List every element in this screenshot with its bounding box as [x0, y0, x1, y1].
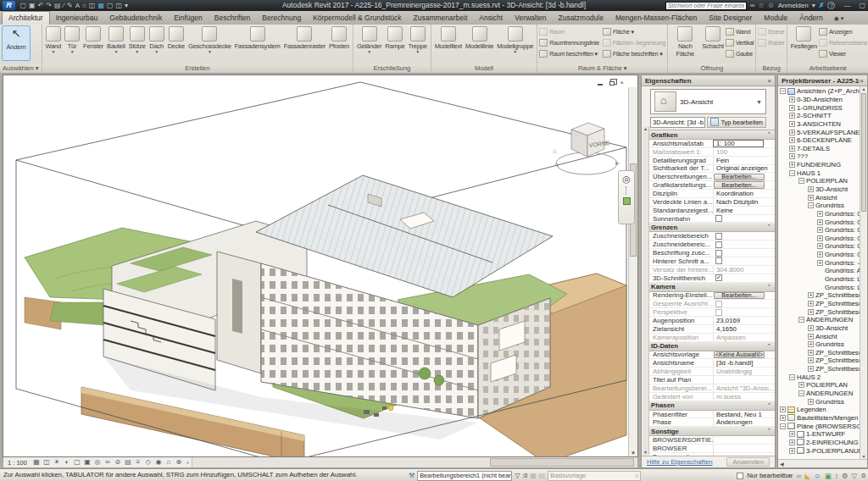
property-row[interactable]: Phasen: [648, 401, 775, 411]
property-value[interactable]: Ansicht "3D-Ansic...: [713, 384, 775, 392]
view-control-icon[interactable]: ☀: [52, 458, 61, 467]
property-row[interactable]: Zuschneidebereich: [648, 232, 775, 240]
edit-type-button[interactable]: Typ bearbeiten: [707, 117, 766, 128]
tree-item-label[interactable]: Grundriss: [815, 202, 844, 209]
property-row[interactable]: Augenposition 23,0169: [648, 317, 775, 325]
ribbon-button[interactable]: Modellgruppe ▼: [495, 25, 535, 54]
view-control-icon[interactable]: ▣: [82, 458, 92, 467]
expand-toggle-icon[interactable]: +: [789, 153, 795, 159]
ribbon-button[interactable]: Rampe ▼: [383, 25, 406, 51]
tree-item[interactable]: + ZP_Schnittbeschriftung: [778, 300, 867, 308]
expand-toggle-icon[interactable]: +: [808, 301, 814, 307]
view-control-icon[interactable]: ◐: [62, 458, 71, 467]
expand-toggle-icon[interactable]: +: [808, 357, 814, 363]
expand-toggle-icon[interactable]: −: [780, 423, 786, 429]
ribbon-button[interactable]: Geschossdecke ▼: [186, 25, 233, 54]
expand-toggle-icon[interactable]: −: [798, 390, 804, 396]
active-workset-dropdown[interactable]: Bearbeitungsbereich1 (nicht bearb: [417, 471, 512, 481]
expand-toggle-icon[interactable]: +: [808, 399, 814, 405]
tree-item[interactable]: + Grundriss: 00 EG: [778, 210, 867, 218]
view-restore-icon[interactable]: [608, 80, 615, 86]
property-value[interactable]: Koordination: [713, 190, 775, 197]
property-value[interactable]: Bearbeiten...: [714, 174, 765, 181]
tree-item-label[interactable]: 2-EINREICHUNG: [806, 439, 859, 446]
project-browser-header[interactable]: Projektbrowser - A225-16_Premreine ×: [778, 75, 867, 86]
properties-header[interactable]: Eigenschaften ×: [642, 75, 775, 86]
panel-splitter[interactable]: [639, 75, 641, 468]
expand-toggle-icon[interactable]: +: [789, 448, 795, 454]
tree-item[interactable]: + Grundriss: 03 DG: [778, 235, 867, 243]
ribbon-small-item[interactable]: Raumtrennungslinie: [539, 37, 599, 48]
scroll-left-icon[interactable]: ◀: [780, 461, 784, 467]
expand-toggle-icon[interactable]: +: [808, 292, 814, 298]
viewcube[interactable]: ⌂ VORNE: [551, 109, 622, 187]
tree-item[interactable]: Grundriss: Liftschacht: [778, 283, 867, 291]
tree-item-label[interactable]: ???: [797, 152, 808, 160]
property-value[interactable]: 23,0169: [713, 317, 775, 324]
expand-toggle-icon[interactable]: +: [780, 415, 786, 421]
exchange-apps-icon[interactable]: ✗: [819, 2, 825, 9]
qat-icon[interactable]: ▦: [97, 1, 104, 10]
ribbon-tab[interactable]: Körpermodell & Grundstück: [307, 12, 407, 25]
canvas-horizontal-scrollbar[interactable]: [192, 457, 637, 467]
ribbon-small-item[interactable]: Flächen- begrenzung: [603, 37, 665, 48]
scroll-down-icon[interactable]: ▼: [860, 454, 867, 459]
tree-item[interactable]: − Pläne (BROWSERSORTIERUN: [778, 422, 867, 430]
view-control-icon[interactable]: ◎: [92, 458, 102, 467]
expand-toggle-icon[interactable]: +: [817, 219, 823, 225]
tree-item[interactable]: − Ansichten (Z+P_Architektur: [778, 87, 867, 96]
signin-dropdown-icon[interactable]: ▾: [812, 2, 815, 9]
status-icon[interactable]: ◣: [804, 471, 810, 481]
ribbon-button[interactable]: Bauteil ▼: [105, 25, 127, 54]
tree-item[interactable]: + ZP_Schnittbeschriftung: [778, 365, 867, 373]
expand-toggle-icon[interactable]: +: [789, 431, 795, 437]
ribbon-tab[interactable]: Beschriften: [209, 12, 257, 25]
ribbon-small-item[interactable]: Raum beschriften ▾: [539, 48, 599, 59]
property-value[interactable]: [715, 215, 722, 222]
property-value[interactable]: m.suess: [713, 393, 775, 401]
tree-item[interactable]: + ZP_Schnittbeschriftung: [778, 349, 867, 357]
expand-toggle-icon[interactable]: +: [780, 406, 786, 412]
ribbon-display-toggle-icon[interactable]: ◉ ▾: [829, 12, 849, 25]
zoom-tool-icon[interactable]: [623, 197, 631, 205]
property-value[interactable]: Anpassen: [713, 334, 775, 341]
property-row[interactable]: Ansichtsmaßstab 1: 100: [648, 140, 775, 148]
ribbon-small-item[interactable]: Fläche ▾: [603, 26, 665, 37]
expand-toggle-icon[interactable]: −: [780, 88, 786, 94]
ribbon-button[interactable]: Nach Fläche ▼: [670, 25, 700, 58]
design-option-dropdown[interactable]: Basisvorlage: [548, 471, 641, 481]
tree-item[interactable]: + 3D-Ansicht: [778, 324, 867, 333]
property-row[interactable]: Phase Änderungen: [648, 418, 775, 427]
property-row[interactable]: Kameraposition Anpassen: [648, 334, 775, 342]
ribbon-tab[interactable]: Site Designer: [703, 12, 758, 25]
expand-toggle-icon[interactable]: +: [789, 113, 795, 119]
tree-item-label[interactable]: HAUS 2: [797, 373, 821, 381]
property-value[interactable]: Original anzeigen: [713, 165, 775, 173]
property-value[interactable]: Nach Disziplin: [713, 198, 775, 206]
scroll-left-icon[interactable]: ‹: [184, 459, 192, 467]
qat-icon[interactable]: ▣: [29, 1, 36, 10]
property-value[interactable]: 100: [713, 148, 775, 156]
tree-item[interactable]: + Grundriss: [778, 340, 867, 349]
expand-toggle-icon[interactable]: −: [808, 202, 814, 208]
panel-label-auswaehlen[interactable]: Auswählen ▾: [0, 64, 42, 73]
qat-icon[interactable]: ▾: [125, 1, 128, 10]
qat-icon[interactable]: ✎: [67, 1, 73, 10]
qat-icon[interactable]: ▢: [107, 1, 114, 10]
scroll-down-icon[interactable]: ▼: [629, 451, 637, 456]
tree-item-label[interactable]: Ansichten (Z+P_Architektur: [797, 87, 867, 95]
property-row[interactable]: Disziplin Koordination: [648, 190, 775, 198]
tree-item[interactable]: Grundriss: LAGE: [778, 275, 867, 284]
maximize-button[interactable]: ▢: [859, 2, 865, 9]
property-row[interactable]: Grenzen: [648, 223, 775, 232]
expand-toggle-icon[interactable]: +: [808, 366, 814, 372]
property-row[interactable]: Zielansicht 4,1650: [648, 325, 775, 334]
ribbon-small-item[interactable]: Anzeigen: [819, 26, 867, 37]
property-row[interactable]: Ansichtsname [3d -b.handl]: [648, 359, 775, 368]
tree-item-label[interactable]: Grundriss: [815, 340, 844, 348]
ribbon-button[interactable]: Festlegen ▼: [789, 25, 819, 51]
expand-toggle-icon[interactable]: +: [808, 350, 814, 356]
property-value[interactable]: Bearbeiten...: [714, 292, 765, 300]
ribbon-tab[interactable]: Module: [758, 12, 793, 25]
tree-item[interactable]: + 1-ENTWURF: [778, 430, 867, 439]
